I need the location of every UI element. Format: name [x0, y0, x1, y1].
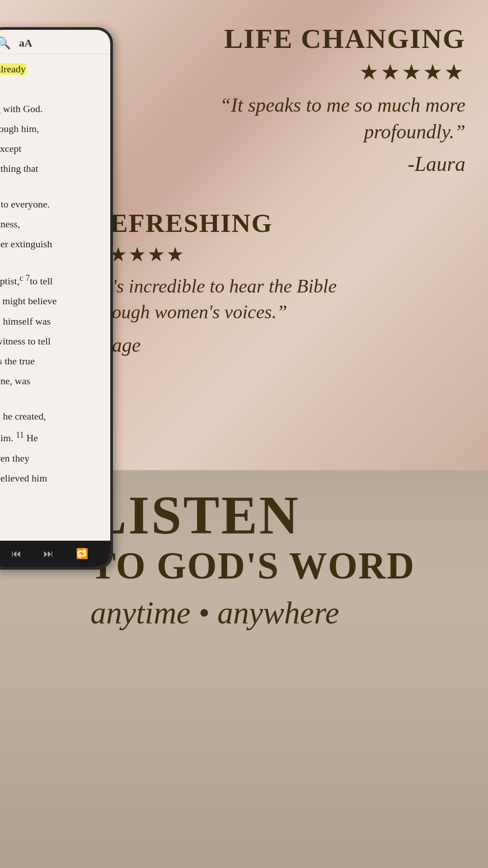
content-line: rough him,	[0, 121, 104, 137]
listen-label: LISTEN	[90, 488, 479, 542]
content-line: ven they	[0, 451, 104, 466]
content-line: g with God.	[0, 101, 104, 117]
content-line: witness to tell	[0, 334, 104, 349]
review1-attribution: -Laura	[185, 152, 465, 176]
cta-section: LISTEN TO GOD'S WORD anytime • anywhere	[90, 488, 479, 632]
life-changing-label: LIFE CHANGING	[185, 23, 465, 55]
phone-mockup: 🔍 aA already , g with God. rough him, ex…	[0, 27, 113, 570]
content-line: ,	[0, 81, 104, 97]
content-line: one, was	[0, 373, 104, 389]
content-line: is the true	[0, 354, 104, 369]
content-line: except	[0, 141, 104, 156]
content-line: d he created,	[0, 409, 104, 424]
content-line: n himself was	[0, 314, 104, 329]
review-1-section: LIFE CHANGING ★★★★★ “It speaks to me so …	[185, 23, 465, 176]
review2-stars: ★★★★★	[90, 243, 398, 266]
play-forward-icon[interactable]: ⏭	[43, 548, 53, 560]
content-line: kness,	[0, 217, 104, 232]
refreshing-label: REFRESHING	[90, 208, 398, 238]
highlighted-word: already	[0, 63, 27, 75]
play-back-icon[interactable]: ⏮	[11, 548, 21, 560]
content-line: him. 11 He	[0, 429, 104, 446]
phone-content: already , g with God. rough him, except …	[0, 54, 110, 498]
content-line: believed him	[0, 471, 104, 486]
review2-quote: “It's incredible to hear the Bible throu…	[90, 274, 398, 325]
content-line: ver extinguish	[0, 236, 104, 252]
review2-attribution: - Sage	[90, 334, 398, 357]
search-icon[interactable]: 🔍	[0, 36, 11, 50]
loop-icon[interactable]: 🔁	[76, 548, 88, 560]
to-gods-word-label: TO GOD'S WORD	[90, 547, 479, 585]
anytime-anywhere-label: anytime • anywhere	[90, 594, 479, 632]
review1-stars: ★★★★★	[185, 59, 465, 85]
review-2-section: REFRESHING ★★★★★ “It's incredible to hea…	[90, 208, 398, 357]
phone-top-bar: 🔍 aA	[0, 30, 110, 54]
font-size-icon[interactable]: aA	[19, 37, 32, 49]
phone-screen: 🔍 aA already , g with God. rough him, ex…	[0, 30, 110, 567]
content-line: ything that	[0, 161, 104, 176]
review1-quote: “It speaks to me so much more profoundly…	[185, 92, 465, 146]
content-line: aptist,c 7to tell	[0, 272, 104, 289]
phone-bottom-bar: ⏮ ⏭ 🔁	[0, 541, 110, 567]
content-line: t to everyone.	[0, 197, 104, 212]
content-line: e might believe	[0, 293, 104, 309]
